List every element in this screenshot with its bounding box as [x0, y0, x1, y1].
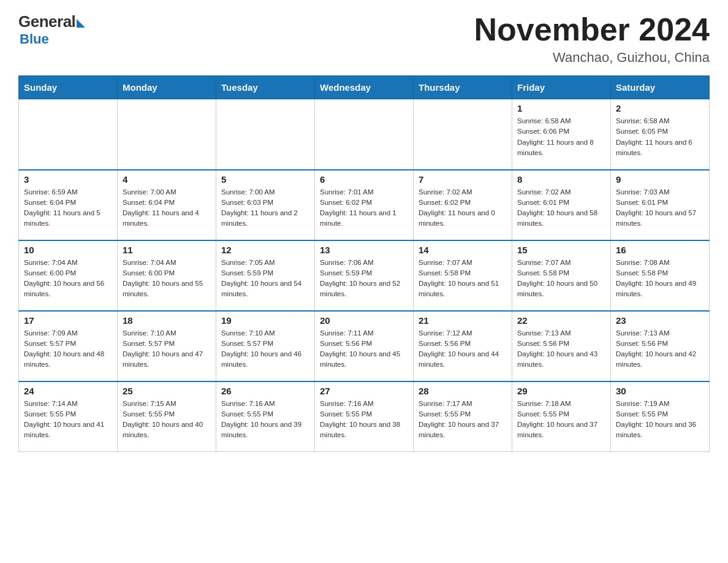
day-info: Sunrise: 7:06 AMSunset: 5:59 PMDaylight:…: [320, 258, 408, 300]
calendar-cell: 2Sunrise: 6:58 AMSunset: 6:05 PMDaylight…: [611, 99, 710, 170]
calendar-header-row: SundayMondayTuesdayWednesdayThursdayFrid…: [19, 76, 710, 99]
day-info: Sunrise: 7:16 AMSunset: 5:55 PMDaylight:…: [320, 399, 408, 441]
day-info: Sunrise: 6:58 AMSunset: 6:05 PMDaylight:…: [616, 116, 704, 158]
day-info: Sunrise: 6:58 AMSunset: 6:06 PMDaylight:…: [517, 116, 605, 158]
calendar-week-row: 17Sunrise: 7:09 AMSunset: 5:57 PMDayligh…: [19, 311, 710, 381]
day-number: 7: [419, 174, 507, 185]
subtitle: Wanchao, Guizhou, China: [474, 50, 710, 66]
day-info: Sunrise: 7:09 AMSunset: 5:57 PMDaylight:…: [24, 328, 112, 370]
calendar-cell: 29Sunrise: 7:18 AMSunset: 5:55 PMDayligh…: [512, 381, 611, 452]
day-info: Sunrise: 7:12 AMSunset: 5:56 PMDaylight:…: [419, 328, 507, 370]
day-number: 3: [24, 174, 112, 185]
day-number: 29: [517, 386, 605, 396]
calendar-cell: 22Sunrise: 7:13 AMSunset: 5:56 PMDayligh…: [512, 311, 611, 381]
calendar-table: SundayMondayTuesdayWednesdayThursdayFrid…: [18, 75, 710, 452]
calendar-cell: 10Sunrise: 7:04 AMSunset: 6:00 PMDayligh…: [19, 240, 118, 311]
day-info: Sunrise: 7:03 AMSunset: 6:01 PMDaylight:…: [616, 187, 704, 229]
day-number: 21: [419, 315, 507, 326]
header: General Blue November 2024 Wanchao, Guiz…: [18, 12, 710, 66]
day-header-sunday: Sunday: [19, 76, 118, 99]
day-header-wednesday: Wednesday: [315, 76, 414, 99]
calendar-week-row: 24Sunrise: 7:14 AMSunset: 5:55 PMDayligh…: [19, 381, 710, 452]
day-info: Sunrise: 7:10 AMSunset: 5:57 PMDaylight:…: [123, 328, 211, 370]
day-number: 10: [24, 245, 112, 255]
calendar-cell: 13Sunrise: 7:06 AMSunset: 5:59 PMDayligh…: [315, 240, 414, 311]
calendar-cell: 26Sunrise: 7:16 AMSunset: 5:55 PMDayligh…: [216, 381, 315, 452]
day-info: Sunrise: 7:00 AMSunset: 6:04 PMDaylight:…: [123, 187, 211, 229]
calendar-cell: [19, 99, 118, 170]
title-area: November 2024 Wanchao, Guizhou, China: [474, 12, 710, 66]
calendar-cell: 9Sunrise: 7:03 AMSunset: 6:01 PMDaylight…: [611, 170, 710, 240]
calendar-cell: 14Sunrise: 7:07 AMSunset: 5:58 PMDayligh…: [414, 240, 512, 311]
day-number: 17: [24, 315, 112, 326]
day-number: 6: [320, 174, 408, 185]
day-number: 22: [517, 315, 605, 326]
calendar-cell: 4Sunrise: 7:00 AMSunset: 6:04 PMDaylight…: [118, 170, 216, 240]
day-header-thursday: Thursday: [414, 76, 512, 99]
day-info: Sunrise: 7:02 AMSunset: 6:02 PMDaylight:…: [419, 187, 507, 229]
day-number: 2: [616, 103, 704, 113]
calendar-cell: [315, 99, 414, 170]
day-info: Sunrise: 7:08 AMSunset: 5:58 PMDaylight:…: [616, 258, 704, 300]
calendar-week-row: 10Sunrise: 7:04 AMSunset: 6:00 PMDayligh…: [19, 240, 710, 311]
day-number: 28: [419, 386, 507, 396]
day-number: 5: [221, 174, 309, 185]
day-info: Sunrise: 7:05 AMSunset: 5:59 PMDaylight:…: [221, 258, 309, 300]
calendar-cell: 23Sunrise: 7:13 AMSunset: 5:56 PMDayligh…: [611, 311, 710, 381]
calendar-cell: 24Sunrise: 7:14 AMSunset: 5:55 PMDayligh…: [19, 381, 118, 452]
day-number: 12: [221, 245, 309, 255]
day-info: Sunrise: 7:01 AMSunset: 6:02 PMDaylight:…: [320, 187, 408, 229]
calendar-week-row: 1Sunrise: 6:58 AMSunset: 6:06 PMDaylight…: [19, 99, 710, 170]
logo-blue-text: Blue: [20, 31, 49, 47]
day-info: Sunrise: 7:10 AMSunset: 5:57 PMDaylight:…: [221, 328, 309, 370]
day-info: Sunrise: 7:11 AMSunset: 5:56 PMDaylight:…: [320, 328, 408, 370]
day-info: Sunrise: 7:17 AMSunset: 5:55 PMDaylight:…: [419, 399, 507, 441]
main-title: November 2024: [474, 12, 710, 47]
logo-triangle-icon: [77, 19, 85, 28]
day-number: 9: [616, 174, 704, 185]
calendar-cell: 7Sunrise: 7:02 AMSunset: 6:02 PMDaylight…: [414, 170, 512, 240]
day-number: 20: [320, 315, 408, 326]
calendar-cell: 12Sunrise: 7:05 AMSunset: 5:59 PMDayligh…: [216, 240, 315, 311]
day-number: 16: [616, 245, 704, 255]
day-number: 24: [24, 386, 112, 396]
logo: General Blue: [18, 12, 85, 47]
day-info: Sunrise: 7:13 AMSunset: 5:56 PMDaylight:…: [517, 328, 605, 370]
calendar-cell: 19Sunrise: 7:10 AMSunset: 5:57 PMDayligh…: [216, 311, 315, 381]
day-info: Sunrise: 7:04 AMSunset: 6:00 PMDaylight:…: [123, 258, 211, 300]
day-number: 25: [123, 386, 211, 396]
calendar-cell: 28Sunrise: 7:17 AMSunset: 5:55 PMDayligh…: [414, 381, 512, 452]
day-header-saturday: Saturday: [611, 76, 710, 99]
calendar-cell: 3Sunrise: 6:59 AMSunset: 6:04 PMDaylight…: [19, 170, 118, 240]
calendar-cell: 30Sunrise: 7:19 AMSunset: 5:55 PMDayligh…: [611, 381, 710, 452]
calendar-cell: 25Sunrise: 7:15 AMSunset: 5:55 PMDayligh…: [118, 381, 216, 452]
day-info: Sunrise: 7:00 AMSunset: 6:03 PMDaylight:…: [221, 187, 309, 229]
day-info: Sunrise: 7:15 AMSunset: 5:55 PMDaylight:…: [123, 399, 211, 441]
day-number: 30: [616, 386, 704, 396]
day-info: Sunrise: 7:04 AMSunset: 6:00 PMDaylight:…: [24, 258, 112, 300]
day-info: Sunrise: 7:16 AMSunset: 5:55 PMDaylight:…: [221, 399, 309, 441]
day-number: 11: [123, 245, 211, 255]
day-number: 15: [517, 245, 605, 255]
day-info: Sunrise: 7:19 AMSunset: 5:55 PMDaylight:…: [616, 399, 704, 441]
day-info: Sunrise: 7:14 AMSunset: 5:55 PMDaylight:…: [24, 399, 112, 441]
calendar-cell: 27Sunrise: 7:16 AMSunset: 5:55 PMDayligh…: [315, 381, 414, 452]
day-header-monday: Monday: [118, 76, 216, 99]
day-info: Sunrise: 7:13 AMSunset: 5:56 PMDaylight:…: [616, 328, 704, 370]
calendar-cell: [216, 99, 315, 170]
day-number: 4: [123, 174, 211, 185]
calendar-cell: 20Sunrise: 7:11 AMSunset: 5:56 PMDayligh…: [315, 311, 414, 381]
day-header-friday: Friday: [512, 76, 611, 99]
logo-general-text: General: [18, 12, 75, 31]
calendar-cell: [118, 99, 216, 170]
calendar-cell: 1Sunrise: 6:58 AMSunset: 6:06 PMDaylight…: [512, 99, 611, 170]
day-info: Sunrise: 7:07 AMSunset: 5:58 PMDaylight:…: [517, 258, 605, 300]
day-info: Sunrise: 7:18 AMSunset: 5:55 PMDaylight:…: [517, 399, 605, 441]
calendar-cell: 15Sunrise: 7:07 AMSunset: 5:58 PMDayligh…: [512, 240, 611, 311]
day-info: Sunrise: 7:07 AMSunset: 5:58 PMDaylight:…: [419, 258, 507, 300]
day-info: Sunrise: 7:02 AMSunset: 6:01 PMDaylight:…: [517, 187, 605, 229]
day-number: 26: [221, 386, 309, 396]
calendar-cell: 11Sunrise: 7:04 AMSunset: 6:00 PMDayligh…: [118, 240, 216, 311]
calendar-cell: 6Sunrise: 7:01 AMSunset: 6:02 PMDaylight…: [315, 170, 414, 240]
day-number: 1: [517, 103, 605, 113]
